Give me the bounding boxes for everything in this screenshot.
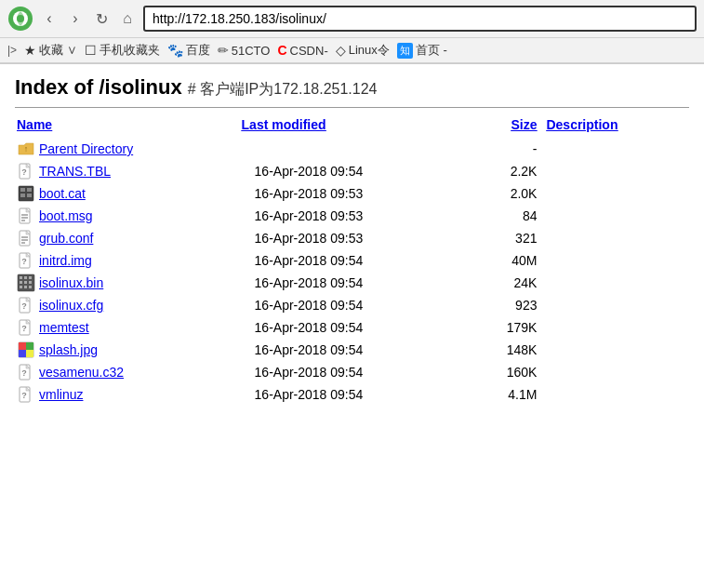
file-link[interactable]: Parent Directory (39, 141, 133, 156)
file-link[interactable]: isolinux.bin (39, 275, 103, 290)
svg-text:?: ? (21, 301, 27, 311)
svg-rect-34 (24, 286, 27, 288)
svg-rect-12 (27, 194, 32, 197)
file-description-cell (544, 339, 689, 361)
table-row: ? TRANS.TBL16-Apr-2018 09:542.2K (15, 160, 689, 182)
table-row: boot.cat16-Apr-2018 09:532.0K (15, 182, 689, 205)
home-button[interactable]: ⌂ (117, 8, 138, 29)
bookmark-baidu[interactable]: 🐾 百度 (167, 42, 210, 59)
svg-point-2 (17, 15, 24, 22)
file-name-cell: ↑ Parent Directory (15, 138, 240, 160)
unknown-file-icon: ? (17, 296, 35, 314)
svg-rect-10 (27, 188, 32, 192)
file-size-cell: 40M (473, 249, 544, 272)
bookmark-csdn[interactable]: C CSDN- (277, 43, 327, 58)
file-name-cell: ? initrd.img (15, 249, 240, 272)
svg-rect-46 (26, 350, 33, 357)
sort-modified-link[interactable]: Last modified (242, 117, 326, 132)
svg-rect-35 (29, 286, 32, 288)
bookmark-favorites[interactable]: ★ 收藏 ∨ (24, 42, 77, 59)
file-size-cell: 2.0K (473, 182, 544, 205)
bookmark-51cto[interactable]: ✏ 51CTO (218, 43, 271, 58)
file-description-cell (544, 294, 689, 316)
svg-text:?: ? (21, 167, 27, 177)
col-header-name[interactable]: Name (15, 115, 240, 138)
svg-rect-31 (24, 281, 27, 284)
col-header-modified[interactable]: Last modified (240, 115, 474, 138)
file-link[interactable]: boot.msg (39, 208, 93, 223)
file-size-cell: 24K (473, 272, 544, 294)
back-button[interactable]: ‹ (39, 8, 60, 29)
file-description-cell (544, 383, 689, 406)
refresh-button[interactable]: ↻ (91, 8, 112, 29)
file-modified-cell: 16-Apr-2018 09:54 (240, 383, 474, 406)
col-header-description[interactable]: Description (544, 115, 689, 138)
svg-text:?: ? (21, 257, 27, 266)
text-file-icon (17, 207, 35, 225)
svg-text:?: ? (21, 368, 27, 378)
file-name-cell: ? TRANS.TBL (15, 160, 240, 182)
svg-rect-43 (19, 342, 26, 350)
file-link[interactable]: boot.cat (39, 186, 86, 201)
file-modified-cell: 16-Apr-2018 09:54 (240, 316, 474, 339)
file-size-cell: 4.1M (473, 383, 544, 406)
bookmark-mobile-label: 手机收藏夹 (100, 42, 160, 59)
file-name-cell: boot.msg (15, 205, 240, 227)
file-size-cell: 179K (473, 316, 544, 339)
directory-listing: ↑ Parent Directory- ? TRANS.TBL16-Apr-20… (15, 138, 689, 406)
file-link[interactable]: grub.conf (39, 231, 93, 246)
svg-rect-27 (20, 276, 22, 279)
table-header: Name Last modified Size Description (15, 115, 689, 138)
paw-icon: 🐾 (167, 43, 183, 58)
file-modified-cell: 16-Apr-2018 09:53 (240, 182, 474, 205)
file-link[interactable]: initrd.img (39, 253, 92, 268)
file-link[interactable]: memtest (39, 320, 89, 335)
image-file-icon (17, 341, 35, 359)
sort-description-link[interactable]: Description (546, 117, 618, 132)
bookmark-51cto-label: 51CTO (232, 44, 271, 58)
browser-chrome: ‹ › ↻ ⌂ |> ★ 收藏 ∨ ☐ 手机收藏夹 🐾 百度 ✏ 51CTO C… (0, 0, 704, 64)
file-description-cell (544, 272, 689, 294)
file-size-cell: - (473, 138, 544, 160)
address-bar[interactable] (153, 11, 687, 26)
bookmark-homepage[interactable]: 知 首页 - (397, 42, 447, 59)
diamond-icon: ◇ (336, 43, 346, 58)
svg-rect-11 (20, 194, 25, 197)
bookmarks-bar: |> ★ 收藏 ∨ ☐ 手机收藏夹 🐾 百度 ✏ 51CTO C CSDN- ◇… (0, 38, 704, 63)
mobile-icon: ☐ (85, 43, 97, 58)
file-modified-cell: 16-Apr-2018 09:54 (240, 160, 474, 182)
folder-up-icon: ↑ (17, 140, 35, 158)
unknown-file-icon: ? (17, 363, 35, 381)
svg-rect-32 (29, 281, 32, 284)
bookmark-mobile[interactable]: ☐ 手机收藏夹 (85, 42, 160, 59)
file-link[interactable]: vmlinuz (39, 387, 83, 402)
zhi-icon: 知 (397, 43, 413, 59)
binary-file-icon (17, 184, 35, 203)
svg-rect-44 (26, 342, 33, 350)
svg-text:↑: ↑ (24, 144, 29, 154)
file-modified-cell: 16-Apr-2018 09:54 (240, 249, 474, 272)
file-link[interactable]: splash.jpg (39, 342, 98, 357)
file-size-cell: 2.2K (473, 160, 544, 182)
address-bar-wrapper[interactable] (143, 6, 697, 32)
file-name-cell: ? vesamenu.c32 (15, 361, 240, 383)
file-link[interactable]: TRANS.TBL (39, 164, 111, 179)
forward-button[interactable]: › (65, 8, 86, 29)
sort-name-link[interactable]: Name (17, 117, 52, 132)
file-size-cell: 160K (473, 361, 544, 383)
sort-size-link[interactable]: Size (511, 117, 537, 132)
svg-rect-28 (24, 276, 27, 279)
svg-text:?: ? (21, 324, 27, 333)
bookmark-linux-label: Linux令 (349, 42, 390, 59)
file-name-cell: ? isolinux.cfg (15, 294, 240, 316)
file-link[interactable]: isolinux.cfg (39, 298, 103, 313)
unknown-file-icon: ? (17, 162, 35, 180)
file-modified-cell: 16-Apr-2018 09:54 (240, 339, 474, 361)
bookmarks-toggle[interactable]: |> (7, 44, 17, 57)
bookmark-linux[interactable]: ◇ Linux令 (336, 42, 390, 59)
file-link[interactable]: vesamenu.c32 (39, 365, 124, 380)
file-modified-cell: 16-Apr-2018 09:54 (240, 361, 474, 383)
col-header-size[interactable]: Size (473, 115, 544, 138)
file-size-cell: 84 (473, 205, 544, 227)
file-name-cell: boot.cat (15, 182, 240, 205)
